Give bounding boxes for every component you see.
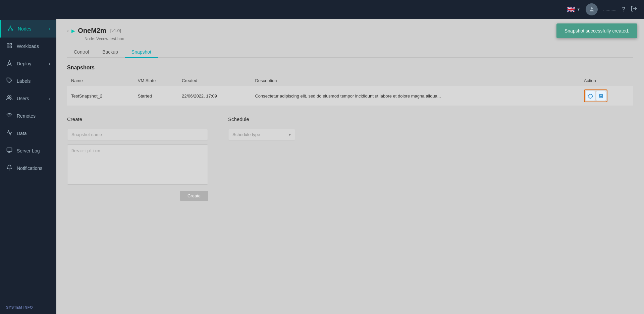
svg-line-6 — [10, 27, 12, 29]
sidebar-item-labels[interactable]: Labels — [0, 72, 56, 90]
sidebar-item-data[interactable]: Data — [0, 125, 56, 142]
exit-button[interactable] — [631, 5, 637, 14]
system-info-label: SYSTEM INFO — [0, 301, 56, 314]
sidebar: ☰ nerve Nodes › Workloads — [0, 0, 56, 314]
snapshot-created: 22/06/2022, 17:09 — [178, 86, 251, 106]
nodes-icon — [7, 25, 14, 33]
flag-icon: 🇬🇧 — [567, 5, 575, 13]
create-section-title: Create — [67, 116, 208, 122]
sidebar-item-deploy[interactable]: Deploy › — [0, 55, 56, 72]
col-vm-state: VM State — [134, 75, 178, 86]
sidebar-item-workloads-label: Workloads — [17, 44, 39, 49]
sidebar-item-users[interactable]: Users › — [0, 90, 56, 107]
sidebar-item-server-log-label: Server Log — [17, 148, 40, 153]
svg-point-4 — [12, 29, 13, 30]
deploy-expand-arrow: › — [49, 62, 50, 66]
table-row: TestSnapshot_2 Started 22/06/2022, 17:09… — [67, 86, 633, 106]
main-content: ‹ ▶ OneM2m [v1.0] Node: Vecow-test-box C… — [56, 19, 644, 314]
snapshot-vm-state: Started — [134, 86, 178, 106]
sidebar-item-labels-label: Labels — [17, 78, 31, 84]
col-action: Action — [580, 75, 633, 86]
language-selector[interactable]: 🇬🇧 ▼ — [567, 5, 580, 13]
workloads-icon — [6, 43, 13, 50]
tab-control[interactable]: Control — [67, 47, 96, 58]
sidebar-item-notifications[interactable]: Notifications — [0, 160, 56, 177]
tab-snapshot[interactable]: Snapshot — [125, 47, 158, 58]
schedule-section: Schedule Schedule type OnceDailyWeeklyMo… — [228, 116, 633, 140]
svg-rect-7 — [7, 43, 9, 45]
create-section: Create Create — [67, 116, 208, 201]
play-icon: ▶ — [71, 28, 75, 34]
sidebar-item-workloads[interactable]: Workloads — [0, 38, 56, 55]
sidebar-item-remotes-label: Remotes — [17, 113, 36, 119]
notifications-icon — [6, 165, 13, 172]
svg-line-5 — [9, 27, 10, 29]
svg-rect-8 — [10, 43, 12, 45]
snapshots-table: Name VM State Created Description Action… — [67, 75, 633, 106]
avatar — [586, 3, 598, 15]
svg-point-3 — [8, 29, 9, 30]
sidebar-item-data-label: Data — [17, 131, 27, 136]
snapshot-description-textarea[interactable] — [67, 144, 208, 185]
sidebar-item-notifications-label: Notifications — [17, 166, 42, 171]
sidebar-item-nodes-label: Nodes — [18, 26, 31, 32]
snapshot-name-input[interactable] — [67, 129, 208, 140]
tab-bar: Control Backup Snapshot — [67, 47, 633, 58]
username-label: ........... — [603, 7, 616, 12]
sidebar-item-remotes[interactable]: Remotes — [0, 107, 56, 125]
schedule-section-title: Schedule — [228, 116, 633, 122]
col-created: Created — [178, 75, 251, 86]
schedule-type-select[interactable]: Schedule type OnceDailyWeeklyMonthly — [228, 129, 295, 140]
sidebar-item-deploy-label: Deploy — [17, 61, 32, 66]
page-version: [v1.0] — [110, 28, 121, 33]
col-description: Description — [251, 75, 580, 86]
svg-rect-15 — [7, 148, 12, 151]
sidebar-item-server-log[interactable]: Server Log — [0, 142, 56, 160]
page-title: OneM2m — [78, 27, 106, 35]
svg-rect-10 — [10, 46, 12, 48]
sidebar-item-nodes[interactable]: Nodes › — [0, 20, 56, 38]
sidebar-item-users-label: Users — [17, 96, 29, 101]
back-button[interactable]: ‹ — [67, 28, 69, 34]
schedule-type-wrapper: Schedule type OnceDailyWeeklyMonthly ▼ — [228, 129, 295, 140]
deploy-icon — [6, 60, 13, 67]
col-name: Name — [67, 75, 134, 86]
snapshot-name: TestSnapshot_2 — [67, 86, 134, 106]
labels-icon — [6, 77, 13, 85]
svg-point-2 — [10, 26, 11, 27]
sidebar-nav: Nodes › Workloads Deploy › — [0, 19, 56, 301]
delete-button[interactable] — [596, 91, 606, 101]
snapshots-section-title: Snapshots — [67, 65, 633, 71]
data-icon — [6, 130, 13, 137]
svg-point-0 — [591, 7, 593, 9]
snapshot-description: Consectetur adipiscing elit, sed do eius… — [251, 86, 580, 106]
restore-button[interactable] — [586, 91, 595, 101]
remotes-icon — [6, 112, 13, 120]
svg-point-13 — [8, 96, 10, 98]
page-header: ‹ ▶ OneM2m [v1.0] — [67, 27, 633, 35]
svg-marker-11 — [8, 61, 11, 65]
topbar: 🇬🇧 ▼ ........... ? — [0, 0, 644, 19]
users-expand-arrow: › — [49, 97, 50, 101]
create-button[interactable]: Create — [180, 191, 208, 201]
page-subtitle: Node: Vecow-test-box — [85, 37, 633, 41]
help-button[interactable]: ? — [622, 6, 625, 13]
users-icon — [6, 95, 13, 102]
action-buttons-group — [584, 89, 607, 102]
create-schedule-row: Create Create Schedule Schedule type Onc… — [67, 116, 633, 201]
flag-dropdown-arrow: ▼ — [577, 7, 580, 11]
server-log-icon — [6, 147, 13, 154]
tab-backup[interactable]: Backup — [96, 47, 125, 58]
nodes-expand-arrow: › — [49, 27, 50, 31]
toast-notification: Snapshot successfully created. — [556, 23, 637, 38]
svg-rect-9 — [7, 46, 9, 48]
snapshot-actions — [580, 86, 633, 106]
